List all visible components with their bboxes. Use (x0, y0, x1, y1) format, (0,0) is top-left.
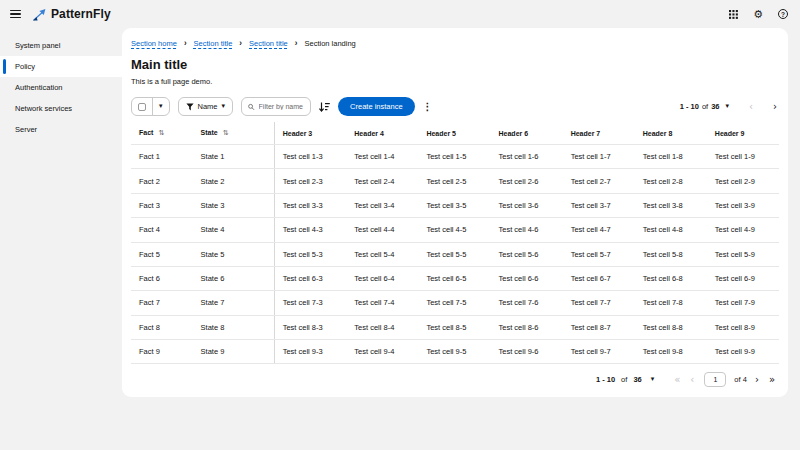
table-row: Fact 1State 1Test cell 1-3Test cell 1-4T… (131, 145, 779, 169)
table-row: Fact 5State 5Test cell 5-3Test cell 5-4T… (131, 242, 779, 266)
patternfly-logo-icon (32, 8, 46, 21)
table-cell: Test cell 7-9 (707, 291, 779, 315)
column-header[interactable]: Fact⇅ (131, 122, 193, 145)
table-cell: Fact 3 (131, 193, 193, 217)
table-cell: Test cell 5-3 (274, 242, 346, 266)
pagination-top: 1 - 10 of 36 ▾ ‹ › (680, 102, 779, 112)
search-icon (248, 103, 255, 111)
column-header-label: Header 7 (571, 130, 601, 137)
pagination-total: 36 (633, 375, 641, 384)
table-row: Fact 9State 9Test cell 9-3Test cell 9-4T… (131, 340, 779, 364)
column-header-label: Header 3 (283, 130, 313, 137)
column-header: Header 8 (635, 122, 707, 145)
table-cell: Fact 6 (131, 266, 193, 290)
table-cell: Test cell 4-4 (346, 218, 418, 242)
pagination-range: 1 - 10 (596, 375, 615, 384)
column-header-label: Fact (139, 129, 153, 136)
prev-page-button[interactable]: ‹ (688, 375, 696, 385)
table-cell: Fact 1 (131, 145, 193, 169)
prev-page-button[interactable]: ‹ (747, 102, 755, 112)
bulk-select-split-button[interactable]: ▾ (131, 97, 170, 116)
sidebar-item-network-services[interactable]: Network services (0, 98, 122, 119)
table-cell: State 8 (193, 315, 275, 339)
table-cell: Test cell 8-6 (491, 315, 563, 339)
table-cell: Test cell 8-8 (635, 315, 707, 339)
last-page-button[interactable]: » (767, 375, 777, 385)
chevron-down-icon[interactable]: ▾ (159, 103, 163, 110)
table-cell: Test cell 2-8 (635, 169, 707, 193)
column-header-label: Header 9 (715, 130, 745, 137)
sort-amount-icon[interactable] (319, 102, 330, 112)
table-row: Fact 4State 4Test cell 4-3Test cell 4-4T… (131, 218, 779, 242)
table-cell: Test cell 6-6 (491, 266, 563, 290)
sidebar-item-system-panel[interactable]: System panel (0, 35, 122, 56)
sidebar-nav: System panel Policy Authentication Netwo… (0, 28, 122, 140)
sort-column-icon[interactable]: ⇅ (158, 129, 164, 137)
sort-column-icon[interactable]: ⇅ (223, 129, 229, 137)
table-cell: Test cell 4-9 (707, 218, 779, 242)
sidebar-item-server[interactable]: Server (0, 119, 122, 140)
table-cell: State 3 (193, 193, 275, 217)
table-cell: Test cell 3-7 (563, 193, 635, 217)
create-instance-button[interactable]: Create instance (338, 97, 415, 116)
kebab-menu-icon[interactable]: ⋮ (423, 101, 433, 112)
filter-attribute-dropdown[interactable]: Name ▾ (178, 97, 234, 116)
apps-grid-icon[interactable] (729, 10, 738, 19)
first-page-button[interactable]: « (672, 375, 682, 385)
masthead-actions: ⚙ ? (729, 9, 788, 20)
nav-toggle-button[interactable] (10, 8, 21, 21)
table-cell: Test cell 8-4 (346, 315, 418, 339)
help-icon[interactable]: ? (778, 9, 788, 19)
breadcrumb-link[interactable]: Section title (249, 39, 288, 48)
table-cell: Test cell 1-4 (346, 145, 418, 169)
table-cell: Fact 2 (131, 169, 193, 193)
table-cell: Test cell 4-3 (274, 218, 346, 242)
table-cell: Test cell 7-6 (491, 291, 563, 315)
pagination-of-word: of (702, 102, 708, 111)
breadcrumb-separator-icon: › (295, 39, 298, 49)
table-row: Fact 3State 3Test cell 3-3Test cell 3-4T… (131, 193, 779, 217)
next-page-button[interactable]: › (771, 102, 779, 112)
table-cell: Test cell 9-9 (707, 340, 779, 364)
current-page-input[interactable] (704, 372, 726, 387)
table-cell: Test cell 7-3 (274, 291, 346, 315)
column-header: Header 6 (491, 122, 563, 145)
table-cell: State 1 (193, 145, 275, 169)
column-header: Header 5 (418, 122, 490, 145)
filter-by-name-input[interactable] (259, 103, 305, 110)
table-cell: Test cell 7-4 (346, 291, 418, 315)
breadcrumb-link[interactable]: Section title (194, 39, 233, 48)
table-cell: Test cell 6-7 (563, 266, 635, 290)
bulk-select-checkbox[interactable] (138, 103, 146, 111)
column-header-label: Header 4 (354, 130, 384, 137)
table-cell: State 9 (193, 340, 275, 364)
table-cell: Fact 4 (131, 218, 193, 242)
table-head-row: Fact⇅State⇅Header 3Header 4Header 5Heade… (131, 122, 779, 145)
search-box[interactable] (241, 97, 311, 116)
pagination-of-pages: of 4 (734, 375, 747, 384)
pagination-total: 36 (711, 102, 719, 111)
table-cell: Test cell 9-7 (563, 340, 635, 364)
breadcrumb-link[interactable]: Section home (131, 39, 177, 48)
table-cell: Test cell 8-5 (418, 315, 490, 339)
table-cell: Test cell 8-7 (563, 315, 635, 339)
page-title: Main title (131, 57, 779, 72)
table-cell: Test cell 6-8 (635, 266, 707, 290)
content-card: Section home › Section title › Section t… (122, 28, 788, 397)
gear-icon[interactable]: ⚙ (753, 9, 763, 20)
chevron-down-icon[interactable]: ▾ (651, 376, 655, 383)
table-cell: Test cell 4-5 (418, 218, 490, 242)
chevron-down-icon[interactable]: ▾ (725, 103, 729, 110)
next-page-button[interactable]: › (753, 375, 761, 385)
page-layout: System panel Policy Authentication Netwo… (0, 28, 800, 397)
sidebar-item-policy[interactable]: Policy (0, 56, 122, 77)
table-cell: Test cell 3-9 (707, 193, 779, 217)
sidebar-item-authentication[interactable]: Authentication (0, 77, 122, 98)
column-header: Header 3 (274, 122, 346, 145)
table-cell: Test cell 9-3 (274, 340, 346, 364)
table-body: Fact 1State 1Test cell 1-3Test cell 1-4T… (131, 145, 779, 364)
column-header[interactable]: State⇅ (193, 122, 275, 145)
table-cell: Test cell 5-9 (707, 242, 779, 266)
filter-attribute-label: Name (198, 102, 218, 111)
table-cell: Test cell 2-4 (346, 169, 418, 193)
